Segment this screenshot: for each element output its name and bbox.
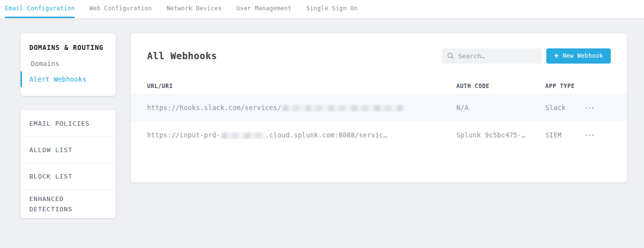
webhooks-panel: All Webhooks + New Webhook URL/URI AUTH … bbox=[131, 33, 627, 182]
page-title: All Webhooks bbox=[147, 50, 217, 61]
sidebar-item-email-policies[interactable]: EMAIL POLICIES bbox=[21, 110, 116, 136]
webhook-url-cell: https://hooks.slack.com/services/ bbox=[147, 104, 456, 112]
top-tab-bar: Email Configuration Web Configuration Ne… bbox=[0, 0, 644, 19]
sidebar-item-enhanced-detections[interactable]: ENHANCED DETECTIONS bbox=[21, 189, 116, 218]
column-header-url: URL/URI bbox=[147, 83, 456, 90]
sidebar-card-domains-routing: DOMAINS & ROUTING Domains Alert Webhooks bbox=[21, 33, 116, 96]
table-header-row: URL/URI AUTH CODE APP TYPE bbox=[131, 78, 627, 94]
panel-header: All Webhooks + New Webhook bbox=[131, 33, 627, 78]
sidebar-item-allow-list[interactable]: ALLOW LIST bbox=[21, 136, 116, 163]
column-header-auth-code: AUTH CODE bbox=[456, 83, 545, 90]
plus-icon: + bbox=[554, 52, 558, 60]
search-icon bbox=[447, 52, 454, 59]
search-input[interactable] bbox=[458, 52, 537, 60]
webhook-url-cell: https://input-prd-.cloud.splunk.com:8088… bbox=[147, 131, 456, 139]
tab-email-configuration[interactable]: Email Configuration bbox=[5, 0, 75, 18]
ellipsis-icon bbox=[585, 135, 587, 136]
app-type-cell: SIEM bbox=[545, 131, 583, 139]
webhook-table-row: https://input-prd-.cloud.splunk.com:8088… bbox=[131, 121, 627, 149]
tab-single-sign-on[interactable]: Single Sign On bbox=[306, 0, 358, 18]
tab-web-configuration[interactable]: Web Configuration bbox=[89, 0, 152, 18]
ellipsis-icon bbox=[585, 107, 587, 109]
auth-code-cell: N/A bbox=[456, 104, 545, 112]
new-webhook-button-label: New Webhook bbox=[562, 52, 603, 59]
row-actions-menu[interactable] bbox=[583, 104, 596, 112]
app-type-cell: Slack bbox=[545, 104, 583, 112]
sidebar-item-block-list[interactable]: BLOCK LIST bbox=[21, 163, 116, 189]
sidebar-card-groups: EMAIL POLICIES ALLOW LIST BLOCK LIST ENH… bbox=[21, 110, 116, 218]
sidebar-section-header: DOMAINS & ROUTING bbox=[21, 39, 116, 56]
new-webhook-button[interactable]: + New Webhook bbox=[546, 48, 611, 64]
row-actions-menu[interactable] bbox=[583, 132, 596, 139]
auth-code-cell: Splunk 9c5bc475-… bbox=[456, 131, 545, 139]
sidebar: DOMAINS & ROUTING Domains Alert Webhooks… bbox=[21, 33, 116, 218]
page-content: DOMAINS & ROUTING Domains Alert Webhooks… bbox=[0, 19, 644, 218]
webhook-url-suffix: .cloud.splunk.com:8088/servic… bbox=[265, 131, 387, 139]
column-header-app-type: APP TYPE bbox=[545, 83, 583, 90]
redacted-url-segment bbox=[221, 133, 265, 139]
tab-user-management[interactable]: User Management bbox=[236, 0, 292, 18]
sidebar-item-alert-webhooks[interactable]: Alert Webhooks bbox=[21, 71, 116, 87]
sidebar-item-domains[interactable]: Domains bbox=[21, 56, 116, 71]
redacted-url-segment bbox=[282, 105, 403, 112]
search-box[interactable] bbox=[442, 48, 541, 64]
tab-network-devices[interactable]: Network Devices bbox=[167, 0, 222, 18]
webhook-url-prefix: https://hooks.slack.com/services/ bbox=[147, 104, 281, 112]
webhook-table-row: https://hooks.slack.com/services/ N/A Sl… bbox=[131, 94, 627, 121]
webhook-url-prefix: https://input-prd- bbox=[147, 131, 220, 139]
